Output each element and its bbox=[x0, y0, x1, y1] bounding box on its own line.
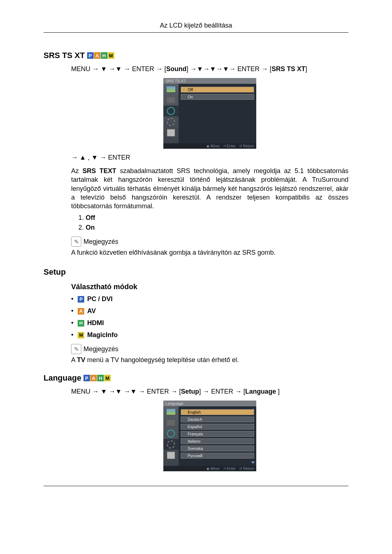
osd-option-english[interactable]: English bbox=[181, 409, 254, 415]
picture-icon bbox=[163, 84, 179, 95]
osd-language: Language English Deutsch Español Françai… bbox=[163, 401, 256, 471]
badge-a-icon: A bbox=[94, 52, 101, 59]
path-text: ] → ENTER → [ bbox=[199, 388, 245, 395]
para-bold: SRS TEXT bbox=[82, 167, 116, 175]
mode-label: HDMI bbox=[87, 319, 104, 327]
osd-option-svenska[interactable]: Svenska bbox=[181, 446, 254, 451]
osd-sidebar bbox=[163, 84, 179, 143]
osd-option-francais[interactable]: Français bbox=[181, 431, 254, 437]
footer-move: Move bbox=[211, 467, 219, 471]
footer-return: Return bbox=[243, 144, 254, 148]
mode-badges: P A H M bbox=[87, 52, 115, 59]
osd-sidebar bbox=[163, 406, 179, 466]
footer-enter: Enter bbox=[227, 144, 236, 148]
badge-a-icon: A bbox=[90, 375, 97, 381]
note-icon: ✎ bbox=[71, 344, 81, 354]
footer-move: Move bbox=[211, 144, 219, 148]
footer-rule bbox=[44, 486, 348, 486]
scroll-down-icon[interactable] bbox=[251, 461, 255, 464]
srs-heading: SRS TS XT P A H M bbox=[44, 51, 348, 60]
language-heading-text: Language bbox=[44, 373, 81, 383]
badge-h-icon: H bbox=[101, 52, 107, 59]
sound-icon bbox=[163, 106, 179, 116]
srs-heading-text: SRS TS XT bbox=[44, 51, 85, 60]
setup-icon bbox=[163, 116, 179, 127]
note-heading: ✎ Megjegyzés bbox=[71, 237, 348, 247]
badge-p-icon: P bbox=[78, 296, 84, 303]
badge-m-icon: M bbox=[78, 332, 84, 338]
mode-label: PC / DVI bbox=[87, 295, 113, 303]
badge-m-icon: M bbox=[104, 375, 111, 381]
mode-magicinfo: MMagicInfo bbox=[71, 331, 348, 339]
path-text: ] →▼→▼→▼→ ENTER → [ bbox=[187, 65, 271, 73]
mode-av: AAV bbox=[71, 307, 348, 315]
path-text: ] bbox=[276, 388, 280, 395]
badge-p-icon: P bbox=[87, 52, 94, 59]
path-sound: Sound bbox=[166, 65, 187, 73]
setup-note-text: A TV menü a TV hangolóegység telepítése … bbox=[71, 356, 348, 364]
osd-srs-title: SRS TS XT bbox=[163, 78, 256, 84]
osd-footer: ◆ Move ⏎ Enter ↺ Return bbox=[163, 143, 256, 149]
mode-pc-dvi: PPC / DVI bbox=[71, 295, 348, 303]
onoff-list: Off On bbox=[78, 214, 348, 231]
picture-icon bbox=[163, 406, 179, 417]
multi-icon bbox=[163, 450, 179, 461]
badge-a-icon: A bbox=[78, 308, 84, 315]
note-bold: TV bbox=[77, 356, 85, 364]
footer-return: Return bbox=[243, 467, 254, 471]
srs-note-text: A funkció közvetlen előhívásának gombja … bbox=[71, 249, 348, 257]
mode-label: AV bbox=[87, 307, 96, 315]
note-text: A bbox=[71, 356, 77, 364]
osd-footer: ◆ Move ⏎ Enter ↺ Return bbox=[163, 466, 256, 471]
input-icon bbox=[163, 95, 179, 106]
list-off: Off bbox=[86, 214, 95, 221]
language-menu-path: MENU → ▼ →▼ →▼ → ENTER → [Setup] → ENTER… bbox=[71, 388, 348, 395]
note-label: Megjegyzés bbox=[83, 238, 118, 246]
osd-option-deutsch[interactable]: Deutsch bbox=[181, 416, 254, 422]
note-label: Megjegyzés bbox=[83, 345, 118, 353]
input-icon bbox=[163, 417, 179, 428]
osd-option-espanol[interactable]: Español bbox=[181, 424, 254, 430]
path-text: MENU → ▼ →▼ → ENTER → [ bbox=[71, 65, 166, 73]
path-setup: Setup bbox=[181, 388, 199, 395]
mode-badges: P A H M bbox=[83, 375, 111, 381]
setup-heading: Setup bbox=[44, 267, 348, 277]
note-heading: ✎ Megjegyzés bbox=[71, 344, 348, 354]
footer-enter: Enter bbox=[227, 467, 236, 471]
osd-option-russkii[interactable]: Русский bbox=[181, 453, 254, 459]
mode-hdmi: HHDMI bbox=[71, 319, 348, 327]
mode-label: MagicInfo bbox=[87, 331, 118, 339]
path-text: MENU → ▼ →▼ →▼ → ENTER → [ bbox=[71, 388, 181, 395]
osd-srs: SRS TS XT Off On ◆ Move ⏎ Enter ↺ Return bbox=[163, 78, 256, 149]
path-srs: SRS TS XT bbox=[271, 65, 305, 73]
modes-subheading: Választható módok bbox=[71, 283, 348, 291]
path-text: ] bbox=[305, 65, 307, 73]
osd-option-italiano[interactable]: Italiano bbox=[181, 438, 254, 444]
osd-srs-content: Off On bbox=[179, 84, 256, 143]
para-text: Az bbox=[71, 167, 82, 175]
osd-language-title: Language bbox=[163, 401, 256, 406]
badge-h-icon: H bbox=[78, 320, 84, 327]
note-text: menü a TV hangolóegység telepítése után … bbox=[85, 356, 239, 364]
badge-p-icon: P bbox=[83, 375, 90, 381]
list-on: On bbox=[86, 224, 95, 231]
osd-language-content: English Deutsch Español Français Italian… bbox=[179, 406, 256, 466]
srs-paragraph: Az SRS TEXT szabadalmaztatott SRS techno… bbox=[71, 167, 348, 210]
srs-menu-path: MENU → ▼ →▼ → ENTER → [Sound] →▼→▼→▼→ EN… bbox=[71, 65, 348, 73]
badge-m-icon: M bbox=[108, 52, 114, 59]
page-header: Az LCD kijelző beállítása bbox=[44, 22, 348, 33]
osd-option-on[interactable]: On bbox=[181, 94, 254, 100]
srs-nav-line: → ▲ , ▼ → ENTER bbox=[71, 154, 348, 161]
setup-icon bbox=[163, 439, 179, 450]
badge-h-icon: H bbox=[97, 375, 104, 381]
osd-option-off[interactable]: Off bbox=[181, 87, 254, 93]
modes-list: PPC / DVI AAV HHDMI MMagicInfo bbox=[71, 295, 348, 339]
path-language: Language bbox=[245, 388, 276, 395]
sound-icon bbox=[163, 428, 179, 439]
language-heading: Language P A H M bbox=[44, 373, 348, 383]
note-icon: ✎ bbox=[71, 237, 81, 247]
multi-icon bbox=[163, 127, 179, 138]
